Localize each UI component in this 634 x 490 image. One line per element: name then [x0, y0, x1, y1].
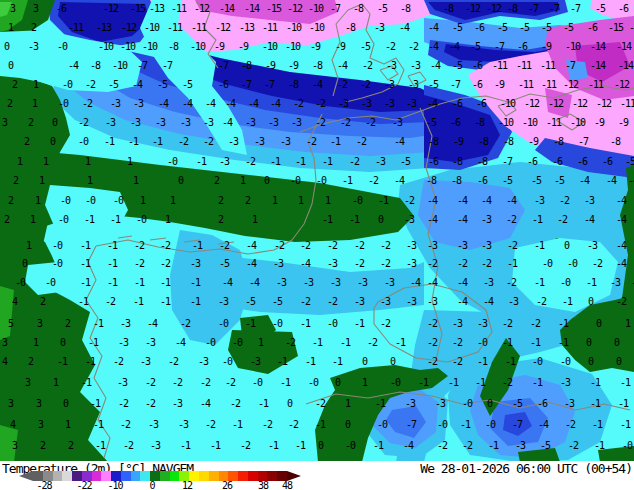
temp-value-label: -2	[437, 440, 448, 451]
temp-value-label: -2	[462, 440, 473, 451]
temp-value-label: -4	[449, 41, 460, 52]
temp-value-label: -0	[560, 277, 571, 288]
temp-value-label: -2	[616, 296, 627, 307]
temp-value-label: -5	[377, 3, 388, 14]
temp-value-label: -0	[377, 419, 388, 430]
legend-segment	[199, 471, 209, 481]
temp-value-label: -4	[427, 277, 438, 288]
temp-value-label: -4	[182, 98, 193, 109]
temp-value-label: -1	[558, 337, 569, 348]
temp-value-label: -6	[517, 41, 528, 52]
temp-value-label: -3	[384, 98, 395, 109]
temp-value-label: -0	[58, 98, 69, 109]
temp-value-label: -1	[190, 277, 201, 288]
temp-value-label: -1	[375, 398, 386, 409]
temp-value-label: -4	[427, 98, 438, 109]
temp-value-label: -5	[426, 117, 437, 128]
temp-value-label: -2	[120, 419, 131, 430]
temp-value-label: -10	[120, 41, 136, 52]
temp-value-label: -5	[595, 3, 606, 14]
temp-value-label: -1	[312, 337, 323, 348]
temp-value-label: -9	[288, 60, 299, 71]
temp-value-label: -0	[205, 337, 216, 348]
temp-value-label: -3	[219, 156, 230, 167]
temp-value-label: -1	[107, 240, 118, 251]
temp-value-label: -3	[374, 22, 385, 33]
temp-value-label: -6	[476, 98, 487, 109]
temp-value-label: -10	[285, 41, 301, 52]
temp-value-label: -5	[182, 79, 193, 90]
temp-value-label: -3	[145, 337, 156, 348]
temp-value-label: -4	[584, 214, 595, 225]
temp-value-label: -2	[568, 440, 579, 451]
temp-value-label: -3	[245, 117, 256, 128]
legend-tick-label: -28	[36, 480, 51, 490]
map-datetime: We 28-01-2026 06:00 UTC (00+54)	[420, 461, 632, 476]
temp-value-label: -1	[78, 296, 89, 307]
temp-value-label: -2	[118, 398, 129, 409]
temp-value-label: -6	[218, 79, 229, 90]
temp-value-label: -5	[452, 22, 463, 33]
temp-value-label: -6	[450, 117, 461, 128]
temp-value-label: -1	[618, 398, 629, 409]
temp-value-label: -0	[232, 337, 243, 348]
temp-value-label: -3	[228, 136, 239, 147]
legend-segment	[209, 471, 219, 481]
temp-value-label: -3	[380, 296, 391, 307]
temp-value-label: -2	[200, 377, 211, 388]
temp-value-label: -0	[218, 318, 229, 329]
temp-value-label: -1	[84, 214, 95, 225]
temp-value-label: -2	[380, 240, 391, 251]
temp-value-label: -8	[241, 60, 252, 71]
temp-value-label: -3	[338, 98, 349, 109]
temp-value-label: -3	[110, 98, 121, 109]
temp-value-label: -12	[596, 98, 612, 109]
temp-value-label: -2	[315, 98, 326, 109]
temp-value-label: -2	[178, 136, 189, 147]
temp-value-label: -0	[136, 214, 147, 225]
legend-segment	[170, 471, 180, 481]
temp-value-label: -3	[28, 41, 39, 52]
temp-value-label: -0	[78, 136, 89, 147]
temp-value-label: -5	[512, 398, 523, 409]
temp-value-label: -4	[616, 240, 627, 251]
temp-value-label: -2	[300, 240, 311, 251]
temp-value-label: -1	[85, 356, 96, 367]
temp-value-label: -5	[554, 175, 565, 186]
temp-value-label: -2	[502, 377, 513, 388]
temp-value-label: -2	[452, 337, 463, 348]
temp-value-label: -8	[503, 136, 514, 147]
temp-value-label: -8	[553, 136, 564, 147]
temp-value-label: -2	[293, 98, 304, 109]
temp-value-label: -9	[310, 41, 321, 52]
temp-value-label: -2	[240, 440, 251, 451]
temp-value-label: -14	[244, 3, 260, 14]
temp-value-label: -2	[327, 296, 338, 307]
temp-value-label: -14	[618, 60, 634, 71]
temp-value-label: -8	[474, 117, 485, 128]
temp-value-label: -1	[505, 356, 516, 367]
temp-value-label: -3	[375, 156, 386, 167]
temp-value-label: -0	[62, 79, 73, 90]
temp-value-label: -3	[190, 258, 201, 269]
temp-value-label: -4	[427, 214, 438, 225]
temp-value-label: -15	[266, 3, 282, 14]
temp-value-label: -1	[488, 440, 499, 451]
legend-tick-label: -10	[107, 480, 122, 490]
temp-value-label: -1	[378, 195, 389, 206]
legend-tick-label: -22	[76, 480, 91, 490]
temp-value-label: -8	[428, 136, 439, 147]
temp-value-label: -12	[121, 22, 137, 33]
temp-value-label: -10	[309, 22, 325, 33]
temp-value-label: -4	[506, 195, 517, 206]
temp-value-label: -4	[300, 258, 311, 269]
temp-value-label: -1	[354, 318, 365, 329]
temp-value-label: -7	[502, 156, 513, 167]
temp-value-label: -1	[295, 440, 306, 451]
legend-segment	[160, 471, 170, 481]
temp-value-label: -8	[168, 41, 179, 52]
temp-value-label: -2	[481, 258, 492, 269]
legend-tick-label: 0	[149, 480, 154, 490]
temp-value-label: -2	[592, 258, 603, 269]
temp-value-label: -1	[418, 377, 429, 388]
